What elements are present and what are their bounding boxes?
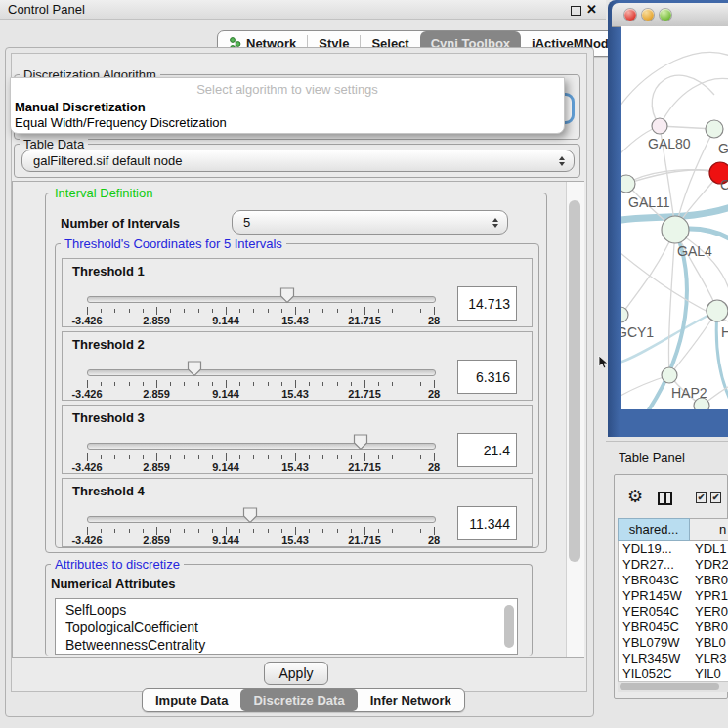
table-row[interactable]: YPR145WYPR1 bbox=[619, 588, 728, 604]
threshold-3-slider-track[interactable] bbox=[87, 443, 436, 450]
tab-infer-network[interactable]: Infer Network bbox=[358, 689, 464, 711]
slider-tick-label: -3.426 bbox=[71, 461, 102, 473]
network-node[interactable] bbox=[707, 300, 728, 321]
network-node[interactable] bbox=[621, 175, 635, 193]
table-data-combobox[interactable]: galFiltered.sif default node bbox=[21, 150, 575, 172]
network-node-label: HAP2 bbox=[671, 385, 707, 401]
threshold-2-panel: Threshold 2 -3.4262.8599.14415.4321.7152… bbox=[62, 331, 533, 401]
numerical-attributes-label: Numerical Attributes bbox=[51, 577, 175, 591]
dropdown-option-manual[interactable]: Manual Discretization bbox=[15, 100, 146, 114]
tab-impute-data[interactable]: Impute Data bbox=[143, 689, 240, 711]
network-node[interactable] bbox=[621, 307, 628, 322]
column-header-name[interactable]: n bbox=[690, 518, 728, 541]
slider-tick bbox=[392, 309, 393, 313]
slider-tick bbox=[114, 382, 115, 386]
table-row[interactable]: YBL079WYBL0 bbox=[619, 635, 728, 651]
number-of-intervals-combobox[interactable]: 5 bbox=[232, 210, 508, 235]
table-header-row: shared... n bbox=[618, 518, 728, 541]
dropdown-option-equal-width[interactable]: Equal Width/Frequency Discretization bbox=[15, 115, 227, 130]
network-node[interactable] bbox=[662, 367, 677, 383]
slider-tick-label: -3.426 bbox=[71, 388, 102, 400]
mac-minimize-icon[interactable] bbox=[642, 9, 654, 21]
table-rows[interactable]: YDL19...YDL1YDR27...YDR2YBR043CYBR0YPR14… bbox=[618, 541, 728, 681]
table-row[interactable]: YDL19...YDL1 bbox=[619, 541, 728, 557]
network-node-label: GAL80 bbox=[648, 136, 691, 151]
attribute-list-item[interactable]: BetweennessCentrality bbox=[56, 636, 517, 654]
network-node[interactable] bbox=[652, 118, 667, 134]
slider-tick bbox=[226, 307, 227, 315]
slider-tick bbox=[143, 455, 144, 459]
slider-tick bbox=[87, 453, 88, 461]
panel-title: Control Panel bbox=[8, 2, 85, 17]
network-node-label: GAL11 bbox=[628, 194, 670, 210]
apply-button[interactable]: Apply bbox=[264, 662, 328, 685]
mac-zoom-icon[interactable] bbox=[660, 9, 671, 21]
slider-tick-label: 2.859 bbox=[143, 388, 170, 400]
checkbox-icon[interactable]: ✔ bbox=[696, 492, 707, 503]
slider-tick bbox=[268, 382, 269, 386]
slider-tick bbox=[322, 455, 323, 459]
slider-tick bbox=[420, 382, 421, 386]
slider-tick bbox=[434, 453, 435, 461]
threshold-1-value-field[interactable]: 14.713 bbox=[457, 286, 517, 321]
table-row[interactable]: YER054CYER0 bbox=[619, 604, 728, 620]
numerical-attributes-list[interactable]: SelfLoopsTopologicalCoefficientBetweenne… bbox=[55, 598, 518, 655]
threshold-4-slider-thumb[interactable] bbox=[242, 507, 258, 524]
network-node-label: C bbox=[720, 177, 728, 193]
mouse-cursor bbox=[598, 356, 610, 369]
table-data-value: galFiltered.sif default node bbox=[22, 153, 559, 168]
vertical-scrollbar-thumb[interactable] bbox=[569, 200, 580, 562]
table-row[interactable]: YIL052CYIL0 bbox=[619, 666, 728, 681]
threshold-3-value-field[interactable]: 21.4 bbox=[457, 433, 517, 467]
slider-tick bbox=[129, 309, 130, 313]
mac-close-icon[interactable] bbox=[624, 9, 636, 21]
table-row[interactable]: YBR043CYBR0 bbox=[619, 573, 728, 588]
tab-discretize-data[interactable]: Discretize Data bbox=[240, 689, 357, 711]
slider-tick bbox=[309, 309, 310, 313]
slider-tick bbox=[239, 529, 240, 533]
threshold-4-value-field[interactable]: 11.344 bbox=[457, 506, 517, 540]
slider-tick bbox=[184, 529, 185, 533]
slider-tick bbox=[101, 455, 102, 459]
attribute-list-item[interactable]: TopologicalCoefficient bbox=[56, 619, 517, 636]
list-scrollbar-thumb[interactable] bbox=[504, 605, 514, 648]
slider-tick bbox=[420, 455, 421, 459]
threshold-1-slider-thumb[interactable] bbox=[279, 287, 295, 304]
threshold-2-slider-track[interactable] bbox=[87, 369, 436, 376]
slider-tick bbox=[87, 380, 88, 388]
threshold-1-label: Threshold 1 bbox=[72, 264, 145, 278]
threshold-1-slider-track[interactable] bbox=[87, 296, 436, 303]
slider-tick bbox=[268, 455, 269, 459]
slider-tick bbox=[198, 309, 199, 313]
attribute-list-item[interactable]: SelfLoops bbox=[56, 601, 517, 619]
slider-tick bbox=[268, 309, 269, 313]
panel-titlebar: Control Panel bbox=[0, 0, 606, 20]
threshold-2-value-field[interactable]: 6.316 bbox=[457, 360, 517, 394]
slider-tick bbox=[364, 380, 365, 388]
split-columns-icon[interactable] bbox=[658, 492, 672, 505]
slider-tick bbox=[226, 453, 227, 461]
checkbox-icon[interactable]: ✔ bbox=[710, 492, 721, 503]
threshold-3-label: Threshold 3 bbox=[72, 410, 145, 425]
float-window-icon[interactable] bbox=[571, 6, 581, 16]
threshold-4-slider-track[interactable] bbox=[87, 516, 436, 523]
threshold-3-slider-thumb[interactable] bbox=[353, 434, 368, 450]
slider-tick-label: 28 bbox=[428, 388, 440, 400]
table-row[interactable]: YLR345WYLR3 bbox=[619, 651, 728, 666]
gear-icon[interactable]: ⚙ bbox=[627, 486, 643, 506]
horizontal-scrollbar-thumb[interactable] bbox=[620, 683, 719, 690]
slider-tick bbox=[337, 382, 338, 386]
threshold-2-slider-thumb[interactable] bbox=[187, 361, 202, 377]
slider-tick bbox=[170, 382, 171, 386]
table-row[interactable]: YBR045CYBR0 bbox=[619, 620, 728, 635]
slider-tick bbox=[309, 382, 310, 386]
close-icon[interactable]: ✕ bbox=[586, 2, 597, 17]
slider-tick bbox=[295, 307, 296, 315]
network-node[interactable] bbox=[662, 216, 689, 243]
horizontal-scrollbar[interactable] bbox=[618, 681, 728, 692]
network-node[interactable] bbox=[706, 120, 723, 138]
table-row[interactable]: YDR27...YDR2 bbox=[619, 557, 728, 573]
network-canvas[interactable]: GAL80GACGAL11GAL4HGCY1HAP2 bbox=[621, 26, 728, 409]
column-header-shared-name[interactable]: shared... bbox=[618, 518, 690, 541]
slider-tick bbox=[156, 527, 157, 535]
